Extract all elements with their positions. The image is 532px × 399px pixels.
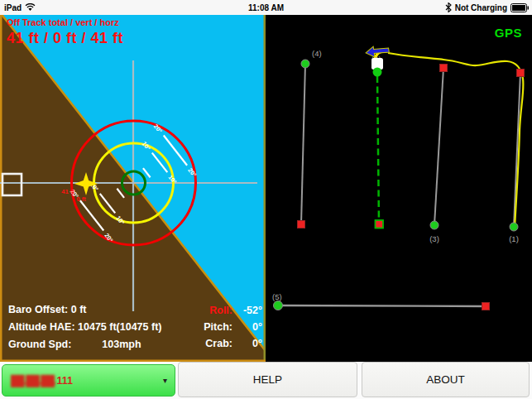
battery-status-label: Not Charging (455, 3, 507, 12)
leg-line-5 (278, 305, 486, 306)
off-track-value: 41 ft / 0 ft / 41 ft (7, 30, 123, 47)
chevron-down-icon: ▾ (163, 375, 167, 384)
waypoint-square-1 (517, 70, 525, 77)
clock-label: 11:08 AM (248, 3, 284, 12)
flight-track (388, 53, 523, 228)
roll-label: Roll: (209, 302, 232, 319)
leg-line-4 (301, 64, 305, 224)
ip-redacted-segment: ██.██.██. (11, 375, 56, 387)
waypoint-square-3 (440, 65, 448, 72)
ground-speed-row: Ground Spd: 103mph (8, 336, 161, 353)
off-track-readout: Off Track total / vert / horz 41 ft / 0 … (7, 17, 123, 47)
active-leg-line-2 (377, 76, 379, 224)
off-track-label: Off Track total / vert / horz (7, 17, 123, 27)
waypoint-dot-3 (430, 221, 439, 229)
help-button[interactable]: HELP (178, 362, 357, 397)
waypoint-label-4: (4) (312, 49, 322, 58)
waypoint-label-5: (5) (272, 292, 282, 301)
crab-value: 0° (232, 335, 262, 352)
device-ip-dropdown[interactable]: ██.██.██. 111 ▾ (2, 364, 175, 397)
roll-value: -52° (232, 302, 262, 319)
pitch-label: Pitch: (204, 319, 232, 335)
baro-offset-label: Baro Offset: 0 ft (8, 301, 161, 319)
gps-status-label: GPS (495, 26, 522, 40)
about-button-label: ABOUT (426, 373, 465, 386)
waypoint-dot-5 (274, 301, 283, 310)
waypoint-dot-2 (373, 68, 382, 77)
about-button[interactable]: ABOUT (362, 362, 530, 397)
pitch-value: 0° (232, 319, 262, 335)
waypoint-square-5 (482, 303, 490, 310)
star-offset-label: 41 ft (61, 188, 74, 195)
roll-pitch-crab-readout: Roll:-52° Pitch:0° Crab:0° (204, 302, 262, 352)
ladder-label: 10° (141, 140, 152, 151)
altitude-hae-label: Altitude HAE: 10475 ft(10475 ft) (8, 319, 161, 336)
waypoint-label-1: (1) (509, 234, 519, 243)
leg-line-3 (434, 68, 443, 225)
ground-speed-value: 103mph (102, 339, 141, 350)
ground-speed-label: Ground Spd: (8, 339, 71, 350)
ip-visible-segment: 111 (57, 375, 73, 387)
device-ip-value: ██.██.██. 111 (11, 375, 73, 387)
flight-stats: Baro Offset: 0 ft Altitude HAE: 10475 ft… (8, 301, 161, 353)
bluetooth-icon (445, 2, 452, 12)
help-button-label: HELP (253, 373, 282, 386)
status-bar: iPad 11:08 AM Not Charging (0, 0, 532, 15)
waypoint-square-2-active (376, 220, 384, 228)
gps-map-panel: (2) (4) (3) (1) (5) GPS (266, 15, 532, 362)
star-offset-label: 0 ft (76, 195, 86, 203)
attitude-indicator-panel: 20° 20° 10° 10° 10° 10° 20° 20° 41 ft 0 … (0, 15, 266, 362)
waypoint-label-3: (3) (429, 234, 439, 243)
battery-icon (510, 3, 529, 12)
bottom-toolbar: ██.██.██. 111 ▾ HELP ABOUT (0, 362, 532, 399)
app-window: iPad 11:08 AM Not Charging (0, 0, 532, 399)
waypoint-dot-4 (301, 60, 309, 68)
waypoint-dot-1 (510, 223, 518, 231)
waypoint-square-4 (298, 221, 305, 228)
crab-label: Crab: (205, 335, 232, 352)
map-graphics: (2) (4) (3) (1) (5) (266, 15, 532, 362)
